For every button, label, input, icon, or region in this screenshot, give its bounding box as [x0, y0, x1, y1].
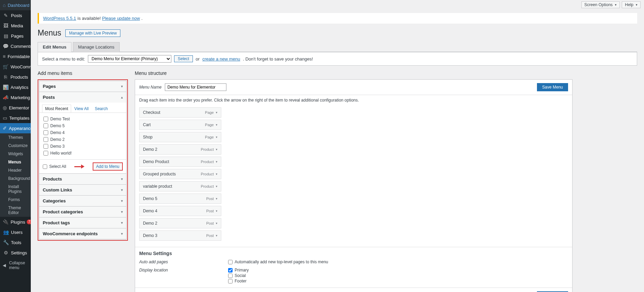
help-button[interactable]: Help [622, 1, 641, 8]
location-social-checkbox[interactable]: Social [228, 273, 249, 278]
submenu-item-customize[interactable]: Customize [0, 142, 31, 150]
sidebar-item-users[interactable]: 👥Users [0, 227, 31, 237]
acc-product-tags[interactable]: Product tags▾ [39, 217, 126, 228]
select-all-checkbox[interactable]: Select All [43, 164, 66, 169]
sidebar-item-pages[interactable]: ▤Pages [0, 31, 31, 41]
checklist-checkbox[interactable] [43, 130, 48, 135]
menu-tabs: Edit Menus Manage Locations [38, 42, 637, 52]
auto-add-pages-checkbox[interactable]: Automatically add new top-level pages to… [228, 260, 328, 264]
acc-product-categories[interactable]: Product categories▾ [39, 206, 126, 217]
checklist-item[interactable]: Demo 2 [43, 136, 122, 143]
acc-pages[interactable]: Pages ▾ [39, 81, 126, 92]
templates-icon: ▭ [3, 115, 7, 121]
checklist-checkbox[interactable] [43, 144, 48, 149]
acc-custom-links[interactable]: Custom Links▾ [39, 184, 126, 195]
location-footer-checkbox[interactable]: Footer [228, 279, 249, 283]
sidebar-item-tools[interactable]: 🔧Tools [0, 237, 31, 248]
tab-edit-menus[interactable]: Edit Menus [38, 42, 71, 52]
menu-structure-item[interactable]: Demo 3Post [139, 230, 221, 241]
select-menu-label: Select a menu to edit: [42, 56, 85, 62]
menu-structure-item[interactable]: Demo 4Post [139, 206, 221, 216]
checklist-checkbox[interactable] [43, 137, 48, 142]
acc-categories[interactable]: Categories▾ [39, 195, 126, 206]
submenu-item-themes[interactable]: Themes [0, 133, 31, 142]
sidebar-item-woocommerce[interactable]: 🛒WooCommerce [0, 62, 31, 72]
checklist-item[interactable]: Demo Test [43, 116, 122, 122]
menu-item-type: Page [205, 135, 218, 139]
add-to-menu-button[interactable]: Add to Menu [93, 162, 123, 171]
sidebar-item-media[interactable]: 🖼Media [0, 21, 31, 31]
submenu-item-install-plugins[interactable]: Install Plugins [0, 183, 31, 196]
sidebar-item-marketing[interactable]: 📣Marketing [0, 92, 31, 103]
menu-item-type: Product [201, 184, 218, 188]
sidebar-item-settings[interactable]: ⚙Settings [0, 248, 31, 258]
save-menu-button-top[interactable]: Save Menu [537, 83, 568, 91]
checklist-item[interactable]: Hello world! [43, 150, 122, 157]
menu-structure-item[interactable]: Demo 2Product [139, 144, 221, 155]
acc-posts-body: Most Recent View All Search Demo TestDem… [39, 103, 126, 173]
create-new-menu-link[interactable]: create a new menu [202, 56, 240, 62]
checklist-checkbox[interactable] [43, 123, 48, 128]
menu-structure-item[interactable]: Demo 5Post [139, 194, 221, 204]
menu-select-dropdown[interactable]: Demo Menu for Elementor (Primary) [88, 55, 171, 63]
menu-structure-item[interactable]: CheckoutPage [139, 107, 221, 118]
menu-name-input[interactable] [165, 83, 226, 91]
sidebar-item-dashboard[interactable]: ⌂Dashboard [0, 0, 31, 10]
menu-item-type: Post [206, 234, 218, 238]
wp-version-link[interactable]: WordPress 5.5.1 [43, 16, 76, 21]
menu-settings-heading: Menu Settings [135, 247, 572, 258]
sidebar-item-label: Appearance [9, 126, 31, 131]
submenu-item-widgets[interactable]: Widgets [0, 150, 31, 158]
sidebar-item-comments[interactable]: 💬Comments [0, 41, 31, 51]
tools-icon: 🔧 [3, 239, 9, 245]
sidebar-item-plugins[interactable]: 🔌Plugins7 [0, 217, 31, 227]
menu-structure-item[interactable]: CartPage [139, 120, 221, 130]
acc-products[interactable]: Products▾ [39, 173, 126, 184]
checklist-checkbox[interactable] [43, 151, 48, 156]
caret-down-icon: ▾ [121, 188, 123, 192]
menu-structure-item[interactable]: ShopPage [139, 132, 221, 142]
settings-icon: ⚙ [3, 250, 9, 256]
checklist-checkbox[interactable] [43, 117, 48, 121]
menu-structure-item[interactable]: Demo 2Post [139, 218, 221, 228]
acc-woo-endpoints[interactable]: WooCommerce endpoints▾ [39, 228, 126, 239]
sidebar-item-label: Pages [11, 34, 24, 39]
live-preview-button[interactable]: Manage with Live Preview [65, 29, 120, 37]
menu-structure-item[interactable]: Demo ProductProduct [139, 157, 221, 167]
marketing-icon: 📣 [3, 94, 9, 101]
acc-pages-label: Pages [43, 84, 56, 89]
menu-structure-item[interactable]: Grouped productsProduct [139, 169, 221, 179]
sidebar-item-label: Tools [11, 240, 21, 245]
sidebar-item-label: Elementor [9, 105, 29, 110]
update-now-link[interactable]: Please update now [102, 16, 140, 21]
inner-tab-search[interactable]: Search [92, 105, 111, 112]
checklist-item[interactable]: Demo 5 [43, 122, 122, 129]
inner-tab-all[interactable]: View All [71, 105, 92, 112]
screen-options-button[interactable]: Screen Options [581, 1, 620, 8]
sidebar-item-elementor[interactable]: ◎Elementor [0, 103, 31, 113]
checklist-item[interactable]: Demo 4 [43, 129, 122, 136]
submenu-item-header[interactable]: Header [0, 166, 31, 174]
sidebar-item-label: Comments [11, 44, 31, 49]
submenu-item-background[interactable]: Background [0, 174, 31, 183]
checklist-item[interactable]: Demo 3 [43, 143, 122, 150]
sidebar-item-formidable[interactable]: ≡Formidable [0, 51, 31, 62]
tab-manage-locations[interactable]: Manage Locations [73, 42, 119, 52]
sidebar-item-products[interactable]: ⎘Products [0, 72, 31, 82]
checklist-label: Hello world! [50, 151, 72, 156]
sidebar-item-analytics[interactable]: 📊Analytics [0, 82, 31, 92]
dashboard-icon: ⌂ [3, 2, 5, 8]
location-primary-checkbox[interactable]: Primary [228, 268, 249, 273]
submenu-item-forms[interactable]: Forms [0, 196, 31, 204]
select-all-input[interactable] [43, 164, 47, 169]
submenu-item-menus[interactable]: Menus [0, 158, 31, 166]
collapse-menu-button[interactable]: ◀ Collapse menu [0, 258, 31, 273]
menu-structure-item[interactable]: variable productProduct [139, 181, 221, 191]
acc-posts[interactable]: Posts ▴ [39, 92, 126, 103]
submenu-item-theme-editor[interactable]: Theme Editor [0, 204, 31, 217]
sidebar-item-posts[interactable]: ✎Posts [0, 10, 31, 21]
sidebar-item-appearance[interactable]: ✐Appearance [0, 123, 31, 133]
sidebar-item-templates[interactable]: ▭Templates [0, 113, 31, 123]
inner-tab-recent[interactable]: Most Recent [42, 105, 71, 112]
select-button[interactable]: Select [174, 55, 193, 62]
